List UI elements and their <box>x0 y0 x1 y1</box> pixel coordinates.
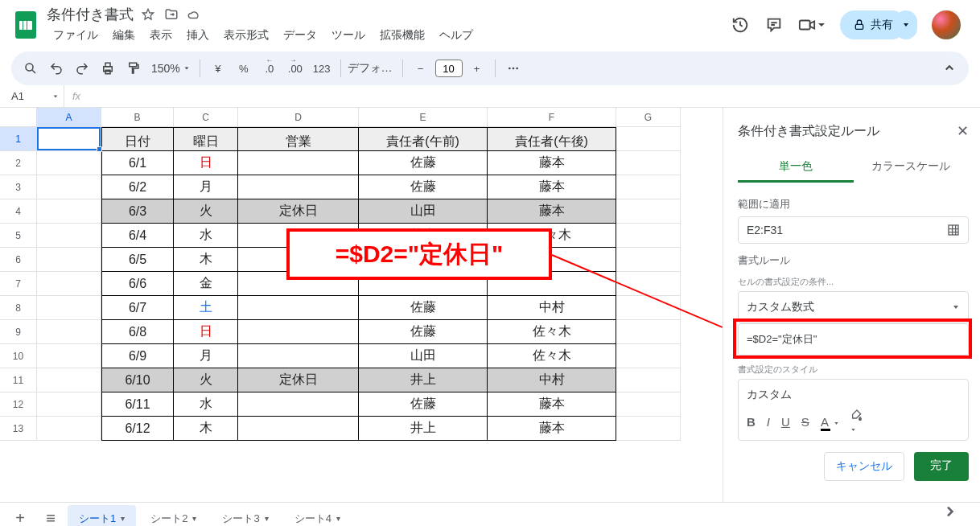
data-cell[interactable]: 水 <box>174 224 238 248</box>
data-cell[interactable]: 藤本 <box>488 151 616 175</box>
cell[interactable] <box>37 272 101 296</box>
data-cell[interactable]: 佐藤 <box>359 320 488 344</box>
spreadsheet-grid[interactable]: ABCDEFG 1日付曜日営業責任者(午前)責任者(午後)26/1日佐藤藤本36… <box>0 108 723 502</box>
menu-表示形式[interactable]: 表示形式 <box>217 26 275 45</box>
number-format-button[interactable]: 123 <box>310 57 334 80</box>
cell[interactable] <box>616 368 681 392</box>
data-cell[interactable]: 日付 <box>101 127 174 151</box>
close-panel-icon[interactable]: ✕ <box>957 122 969 140</box>
menu-挿入[interactable]: 挿入 <box>180 26 216 45</box>
row-header[interactable]: 5 <box>0 224 37 248</box>
menu-編集[interactable]: 編集 <box>106 26 142 45</box>
cell[interactable] <box>616 151 681 175</box>
cell[interactable] <box>616 199 681 224</box>
cell[interactable] <box>616 296 681 320</box>
data-cell[interactable]: 佐々木 <box>488 344 616 368</box>
data-cell[interactable] <box>238 296 359 320</box>
data-cell[interactable]: 日 <box>174 151 238 175</box>
range-input-row[interactable]: E2:F31 <box>738 216 969 244</box>
data-cell[interactable]: 6/2 <box>101 175 174 199</box>
row-header[interactable]: 12 <box>0 392 37 417</box>
data-cell[interactable] <box>238 344 359 368</box>
account-avatar[interactable] <box>932 10 961 39</box>
row-header[interactable]: 8 <box>0 296 37 320</box>
tab-single-color[interactable]: 単一色 <box>738 153 854 183</box>
more-tools-icon[interactable] <box>502 57 525 80</box>
data-cell[interactable]: 定休日 <box>238 199 359 224</box>
cell[interactable] <box>37 296 101 320</box>
data-cell[interactable]: 定休日 <box>238 368 359 392</box>
currency-button[interactable]: ¥ <box>207 57 229 80</box>
col-header-A[interactable]: A <box>37 108 101 127</box>
cell[interactable] <box>37 224 101 248</box>
data-cell[interactable]: 井上 <box>359 417 488 441</box>
data-cell[interactable] <box>238 175 359 199</box>
data-cell[interactable]: 佐藤 <box>359 296 488 320</box>
data-cell[interactable]: 日 <box>174 320 238 344</box>
data-cell[interactable]: 責任者(午前) <box>359 127 488 151</box>
col-header-C[interactable]: C <box>174 108 238 127</box>
sheet-tab[interactable]: シート1 ▾ <box>68 505 136 527</box>
col-header-G[interactable]: G <box>616 108 681 127</box>
data-cell[interactable]: 責任者(午後) <box>488 127 616 151</box>
data-cell[interactable]: 木 <box>174 248 238 272</box>
menu-ツール[interactable]: ツール <box>325 26 372 45</box>
data-cell[interactable]: 金 <box>174 272 238 296</box>
all-sheets-button[interactable]: ≡ <box>37 505 64 527</box>
menu-表示[interactable]: 表示 <box>143 26 179 45</box>
cell[interactable] <box>616 392 681 417</box>
cell[interactable] <box>37 248 101 272</box>
undo-icon[interactable] <box>45 57 68 80</box>
data-cell[interactable]: 佐藤 <box>359 175 488 199</box>
cloud-status-icon[interactable] <box>187 7 201 22</box>
row-header[interactable]: 13 <box>0 417 37 441</box>
menu-ヘルプ[interactable]: ヘルプ <box>433 26 480 45</box>
data-cell[interactable]: 6/7 <box>101 296 174 320</box>
data-cell[interactable]: 営業 <box>238 127 359 151</box>
comment-icon[interactable] <box>764 15 784 35</box>
row-header[interactable]: 10 <box>0 344 37 368</box>
data-cell[interactable]: 佐々木 <box>488 320 616 344</box>
data-cell[interactable]: 佐藤 <box>359 392 488 417</box>
data-cell[interactable]: 6/3 <box>101 199 174 224</box>
cell[interactable] <box>616 417 681 441</box>
cell[interactable] <box>37 344 101 368</box>
data-cell[interactable]: 6/4 <box>101 224 174 248</box>
row-header[interactable]: 9 <box>0 320 37 344</box>
cell[interactable] <box>616 320 681 344</box>
data-cell[interactable]: 6/10 <box>101 368 174 392</box>
data-cell[interactable]: 藤本 <box>488 175 616 199</box>
move-folder-icon[interactable] <box>164 7 179 22</box>
font-size-increase[interactable]: + <box>466 57 488 80</box>
data-cell[interactable]: 水 <box>174 392 238 417</box>
done-button[interactable]: 完了 <box>914 452 969 481</box>
data-cell[interactable]: 6/6 <box>101 272 174 296</box>
share-dropdown[interactable] <box>895 10 917 39</box>
grid-select-icon[interactable] <box>947 224 960 236</box>
col-header-F[interactable]: F <box>488 108 616 127</box>
zoom-select[interactable]: 150% <box>148 57 193 80</box>
cell[interactable] <box>37 320 101 344</box>
cell[interactable] <box>616 175 681 199</box>
data-cell[interactable]: 山田 <box>359 344 488 368</box>
row-header[interactable]: 6 <box>0 248 37 272</box>
fill-color-button[interactable] <box>850 409 863 435</box>
data-cell[interactable]: 6/11 <box>101 392 174 417</box>
data-cell[interactable]: 井上 <box>359 368 488 392</box>
cell[interactable] <box>616 344 681 368</box>
col-header-B[interactable]: B <box>101 108 174 127</box>
sheet-tab[interactable]: シート4 ▾ <box>283 505 352 527</box>
data-cell[interactable]: 火 <box>174 368 238 392</box>
data-cell[interactable]: 月 <box>174 175 238 199</box>
data-cell[interactable]: 中村 <box>488 368 616 392</box>
collapse-toolbar-icon[interactable] <box>938 57 961 80</box>
data-cell[interactable]: 6/9 <box>101 344 174 368</box>
col-header-D[interactable]: D <box>238 108 359 127</box>
data-cell[interactable]: 藤本 <box>488 417 616 441</box>
data-cell[interactable]: 火 <box>174 199 238 224</box>
cell[interactable] <box>616 224 681 248</box>
data-cell[interactable]: 木 <box>174 417 238 441</box>
data-cell[interactable]: 中村 <box>488 296 616 320</box>
data-cell[interactable]: 6/1 <box>101 151 174 175</box>
decrease-decimal-button[interactable]: ←.0 <box>258 57 281 80</box>
